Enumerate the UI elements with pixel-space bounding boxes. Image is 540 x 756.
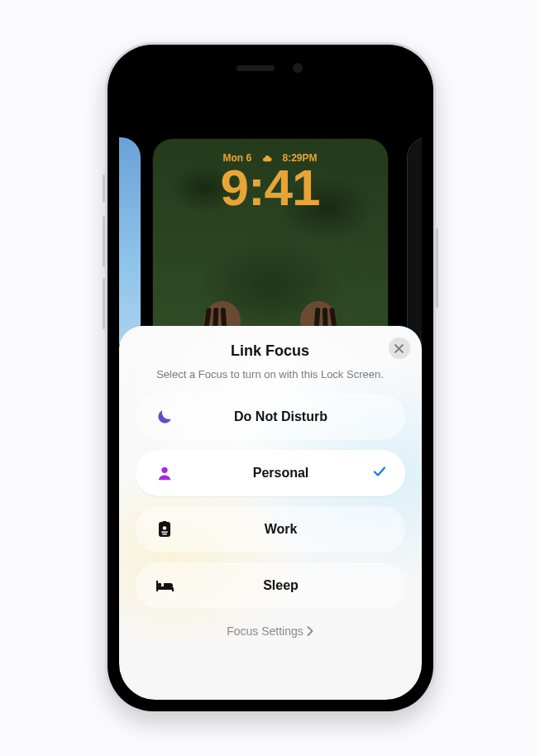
focus-item-label: Work	[175, 522, 387, 537]
svg-rect-4	[161, 531, 168, 533]
svg-rect-5	[162, 534, 167, 534]
screen: Mon 6 8:29PM 9:41	[119, 56, 422, 700]
close-icon	[394, 344, 404, 353]
person-icon	[154, 466, 175, 481]
focus-item-sleep[interactable]: Sleep	[136, 562, 405, 609]
notch	[208, 56, 332, 81]
volume-up-button[interactable]	[103, 216, 105, 267]
chevron-right-icon	[307, 626, 313, 636]
focus-list: Do Not Disturb Personal	[119, 385, 422, 609]
checkmark-icon	[372, 464, 387, 482]
focus-item-label: Personal	[175, 466, 387, 481]
sheet-subtitle: Select a Focus to turn on with this Lock…	[137, 368, 404, 380]
focus-item-label: Sleep	[175, 578, 387, 593]
volume-down-button[interactable]	[103, 278, 105, 329]
side-button[interactable]	[436, 228, 438, 308]
sheet-header: Link Focus Select a Focus to turn on wit…	[119, 326, 422, 385]
sheet-footer: Focus Settings	[119, 624, 422, 639]
lockscreen-card-next[interactable]	[407, 137, 422, 344]
sheet-title: Link Focus	[137, 342, 404, 360]
focus-item-work[interactable]: Work	[136, 506, 405, 553]
focus-settings-label: Focus Settings	[227, 624, 303, 638]
iphone-frame: Mon 6 8:29PM 9:41	[105, 42, 436, 714]
lockscreen-card-prev[interactable]	[119, 137, 141, 344]
lockscreen-clock: 9:41	[153, 162, 388, 213]
link-focus-sheet: Link Focus Select a Focus to turn on wit…	[119, 326, 422, 700]
close-button[interactable]	[389, 337, 410, 359]
bezel: Mon 6 8:29PM 9:41	[108, 45, 433, 711]
focus-item-do-not-disturb[interactable]: Do Not Disturb	[136, 394, 405, 440]
svg-point-0	[161, 467, 167, 473]
focus-item-label: Do Not Disturb	[175, 409, 387, 424]
moon-icon	[154, 409, 175, 425]
badge-icon	[154, 521, 175, 538]
svg-rect-2	[162, 521, 166, 524]
bed-icon	[154, 579, 175, 592]
ringer-switch[interactable]	[103, 175, 105, 203]
svg-point-3	[162, 526, 165, 529]
focus-item-personal[interactable]: Personal	[136, 450, 405, 496]
focus-settings-link[interactable]: Focus Settings	[227, 624, 313, 638]
